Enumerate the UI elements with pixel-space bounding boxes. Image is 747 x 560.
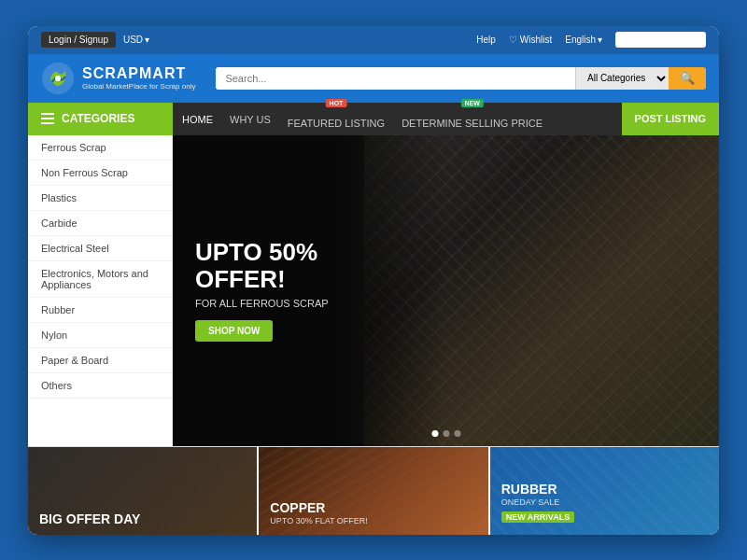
sidebar-item-others[interactable]: Others — [28, 373, 172, 399]
search-bar: All Categories 🔍 — [216, 67, 706, 90]
wishlist-link[interactable]: ♡ Wishlist — [509, 35, 552, 45]
login-button[interactable]: Login / Signup — [41, 32, 116, 48]
search-button[interactable]: 🔍 — [669, 67, 706, 90]
download-app-button[interactable]: DOWNLOAD APP — [615, 32, 706, 48]
bottom-banners: BIG OFFER DAY COPPER UPTO 30% FLAT OFFER… — [28, 446, 719, 535]
banner-content-2: COPPER UPTO 30% FLAT OFFER! — [270, 501, 368, 525]
sidebar-item-plastics[interactable]: Plastics — [28, 186, 172, 211]
search-input[interactable] — [216, 67, 575, 90]
banner-content-3: RUBBER ONEDAY SALE NEW ARRIVALS — [501, 483, 575, 525]
sidebar-item-ferrous[interactable]: Ferrous Scrap — [28, 135, 172, 161]
category-select[interactable]: All Categories — [575, 67, 669, 90]
banner-rubber[interactable]: RUBBER ONEDAY SALE NEW ARRIVALS — [490, 447, 719, 535]
post-listing-button[interactable]: POST LISTING — [622, 103, 719, 135]
hero-banner: UPTO 50% OFFER! FOR ALL FERROUS SCRAP SH… — [173, 135, 719, 446]
sidebar-item-carbide[interactable]: Carbide — [28, 211, 172, 236]
nav-home[interactable]: HOME — [182, 112, 213, 125]
hero-background: UPTO 50% OFFER! FOR ALL FERROUS SCRAP SH… — [173, 135, 719, 446]
topbar: Login / Signup USD ▾ Help ♡ Wishlist Eng… — [28, 26, 719, 54]
sidebar-item-nylon[interactable]: Nylon — [28, 323, 172, 348]
logo-icon — [41, 62, 75, 95]
hero-dots — [431, 430, 460, 437]
hamburger-icon — [41, 113, 54, 124]
sidebar: Ferrous Scrap Non Ferrous Scrap Plastics… — [28, 135, 173, 446]
svg-point-1 — [55, 76, 61, 81]
categories-tab[interactable]: CATEGORIES — [28, 103, 173, 135]
browser-window: Login / Signup USD ▾ Help ♡ Wishlist Eng… — [28, 26, 719, 535]
search-icon: 🔍 — [680, 71, 695, 85]
logo-text: SCRAPMART Global MarketPlace for Scrap o… — [82, 65, 195, 91]
heart-icon: ♡ — [509, 35, 517, 45]
hot-badge: HOT — [326, 99, 347, 107]
help-link[interactable]: Help — [476, 35, 496, 45]
sidebar-item-electrical-steel[interactable]: Electrical Steel — [28, 236, 172, 261]
new-arrivals-badge: NEW ARRIVALS — [501, 511, 575, 523]
sidebar-item-paper[interactable]: Paper & Board — [28, 348, 172, 373]
sidebar-item-nonferrous[interactable]: Non Ferrous Scrap — [28, 161, 172, 186]
language-selector[interactable]: English ▾ — [565, 35, 602, 45]
hero-dot-3[interactable] — [454, 430, 460, 437]
hero-dot-1[interactable] — [431, 430, 438, 437]
nav-links: HOME WHY US HOT FEATURED LISTING NEW DET… — [173, 108, 622, 129]
nav-selling-price[interactable]: NEW DETERMINE SELLING PRICE — [402, 108, 543, 129]
sidebar-item-rubber[interactable]: Rubber — [28, 298, 172, 323]
currency-selector[interactable]: USD ▾ — [123, 35, 149, 45]
banner-big-offer[interactable]: BIG OFFER DAY — [28, 447, 259, 535]
header: SCRAPMART Global MarketPlace for Scrap o… — [28, 54, 719, 103]
sidebar-item-electronics[interactable]: Electronics, Motors and Appliances — [28, 261, 172, 298]
hero-offer-text: UPTO 50% OFFER! — [195, 239, 329, 292]
banner-content-1: BIG OFFER DAY — [39, 512, 140, 525]
hero-subtitle: FOR ALL FERROUS SCRAP — [195, 298, 329, 309]
new-badge: NEW — [460, 99, 483, 107]
navbar: CATEGORIES HOME WHY US HOT FEATURED LIST… — [28, 103, 719, 135]
shop-now-button[interactable]: SHOP NOW — [195, 320, 273, 342]
hero-content: UPTO 50% OFFER! FOR ALL FERROUS SCRAP SH… — [173, 211, 351, 369]
hero-dot-2[interactable] — [443, 430, 449, 437]
nav-why-us[interactable]: WHY US — [230, 112, 271, 125]
main-content: Ferrous Scrap Non Ferrous Scrap Plastics… — [28, 135, 719, 446]
logo[interactable]: SCRAPMART Global MarketPlace for Scrap o… — [41, 62, 195, 95]
banner-copper[interactable]: COPPER UPTO 30% FLAT OFFER! — [259, 447, 489, 535]
nav-featured[interactable]: HOT FEATURED LISTING — [288, 108, 385, 129]
